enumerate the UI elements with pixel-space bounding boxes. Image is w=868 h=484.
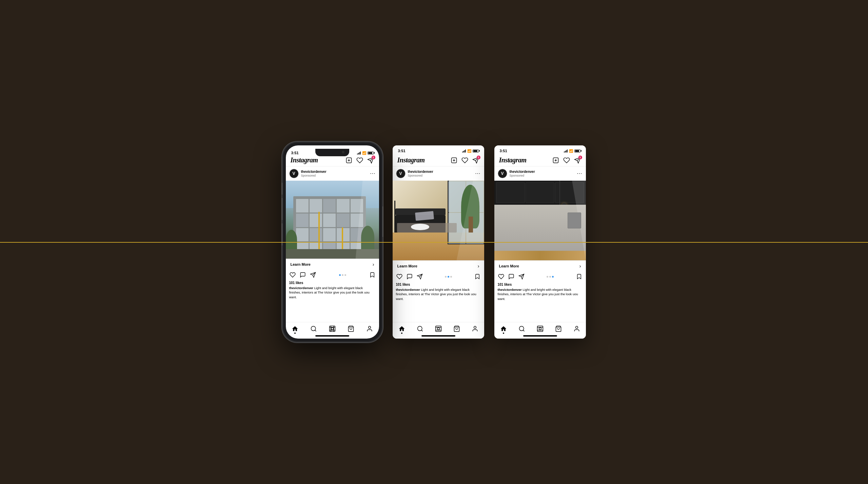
dot-1-3 <box>344 274 346 276</box>
post-username-2: thevictordenver <box>408 170 433 174</box>
status-icons-1: 📶 <box>357 151 374 155</box>
header-icons-2: 3 <box>450 157 479 164</box>
svg-point-31 <box>474 326 476 329</box>
share-button-1[interactable] <box>310 271 316 278</box>
home-nav-3[interactable] <box>500 325 507 332</box>
post-sponsored-1: Sponsored <box>301 174 327 178</box>
svg-point-10 <box>331 328 334 330</box>
caption-text-2: thevictordenver Light and bright with el… <box>396 287 481 301</box>
share-button-2[interactable] <box>416 273 423 280</box>
post-username-1: thevictordenver <box>301 170 327 174</box>
post-header-3: V thevictordenver Sponsored ··· <box>494 166 586 181</box>
ig-header-2: Instagram <box>393 155 484 166</box>
power-button <box>382 206 383 237</box>
instagram-logo-1: Instagram <box>291 156 318 164</box>
profile-nav-1[interactable] <box>366 325 373 332</box>
post-caption-2: 101 likes thevictordenver Light and brig… <box>393 282 484 303</box>
post-actions-left-2 <box>396 273 423 280</box>
user-avatar-1: V <box>289 169 299 178</box>
learn-more-bar-2[interactable]: Learn More › <box>393 260 484 271</box>
heart-button-2[interactable] <box>461 157 469 164</box>
post-more-menu-2[interactable]: ··· <box>475 171 480 176</box>
share-button-3[interactable] <box>518 273 525 280</box>
post-actions-1 <box>286 269 379 280</box>
like-button-2[interactable] <box>396 273 403 280</box>
comment-button-2[interactable] <box>406 273 413 280</box>
profile-nav-2[interactable] <box>471 325 479 332</box>
front-camera <box>342 151 344 154</box>
dot-2-3 <box>450 276 452 278</box>
shop-nav-2[interactable] <box>453 325 460 332</box>
learn-more-bar-3[interactable]: Learn More › <box>494 260 586 271</box>
dot-3-active <box>552 276 554 278</box>
wifi-icon-3: 📶 <box>569 149 573 153</box>
wifi-icon-1: 📶 <box>362 151 366 155</box>
header-icons-3: 3 <box>552 157 581 164</box>
building-scene <box>286 181 379 259</box>
direct-button-1[interactable]: 3 <box>367 157 374 164</box>
ig-header-1: Instagram <box>286 155 379 166</box>
reels-nav-1[interactable] <box>329 325 336 332</box>
caption-text-1: thevictordenver Light and bright with el… <box>289 286 376 299</box>
svg-point-42 <box>539 328 541 330</box>
profile-nav-3[interactable] <box>573 325 580 332</box>
post-more-menu-3[interactable]: ··· <box>577 171 582 176</box>
post-actions-left-1 <box>289 271 316 278</box>
nav-dot-3 <box>503 332 504 334</box>
home-nav-1[interactable] <box>291 325 299 332</box>
direct-button-3[interactable]: 3 <box>574 157 581 164</box>
search-nav-1[interactable] <box>310 325 317 332</box>
heart-button-3[interactable] <box>563 157 570 164</box>
time-display-1: 3:51 <box>291 151 299 155</box>
ig-header-3: Instagram <box>494 155 586 166</box>
svg-point-7 <box>311 326 316 331</box>
signal-icon-2 <box>462 149 466 153</box>
nav-dot-2 <box>401 332 402 334</box>
user-info-3: thevictordenver Sponsored <box>510 170 535 178</box>
bottom-nav-3 <box>494 322 586 334</box>
home-nav-2[interactable] <box>398 325 406 332</box>
add-post-button-1[interactable] <box>345 157 353 164</box>
signal-icon-1 <box>357 151 361 155</box>
dot-3-1 <box>547 276 548 278</box>
comment-button-3[interactable] <box>508 273 515 280</box>
learn-more-label-1: Learn More <box>291 262 311 266</box>
search-nav-3[interactable] <box>518 325 526 332</box>
caption-username-2: thevictordenver <box>396 288 420 291</box>
post-caption-3: 101 likes thevictordenver Light and brig… <box>494 282 586 303</box>
post-user-2: V thevictordenver Sponsored <box>396 169 433 178</box>
caption-text-3: thevictordenver Light and bright with el… <box>498 287 583 301</box>
learn-more-bar-1[interactable]: Learn More › <box>286 259 379 269</box>
heart-button-1[interactable] <box>356 157 363 164</box>
home-indicator-1 <box>315 335 349 337</box>
shop-nav-3[interactable] <box>555 325 562 332</box>
reels-nav-3[interactable] <box>536 325 544 332</box>
svg-line-8 <box>315 330 316 331</box>
battery-icon-3 <box>574 149 580 153</box>
shop-nav-1[interactable] <box>347 325 355 332</box>
status-icons-3: 📶 <box>564 149 580 153</box>
reels-nav-2[interactable] <box>435 325 442 332</box>
like-button-3[interactable] <box>498 273 505 280</box>
dot-1-active <box>339 274 341 276</box>
status-bar-2: 3:51 📶 <box>393 145 484 155</box>
save-button-2[interactable] <box>474 273 481 280</box>
mute-button <box>281 183 282 195</box>
post-more-menu-1[interactable]: ··· <box>370 171 375 176</box>
direct-button-2[interactable]: 3 <box>472 157 479 164</box>
post-image-1 <box>286 181 379 259</box>
save-button-3[interactable] <box>576 273 583 280</box>
add-post-button-2[interactable] <box>450 157 458 164</box>
user-avatar-2: V <box>396 169 406 178</box>
search-nav-2[interactable] <box>416 325 424 332</box>
like-button-1[interactable] <box>289 271 296 278</box>
add-post-button-3[interactable] <box>552 157 559 164</box>
save-button-1[interactable] <box>369 271 376 278</box>
comment-button-1[interactable] <box>299 271 306 278</box>
bottom-nav-2 <box>393 322 484 334</box>
post-actions-2 <box>393 271 484 282</box>
post-user-3: V thevictordenver Sponsored <box>498 169 535 178</box>
post-header-2: V thevictordenver Sponsored ··· <box>393 166 484 181</box>
post-sponsored-2: Sponsored <box>408 174 433 178</box>
svg-line-40 <box>523 330 524 331</box>
